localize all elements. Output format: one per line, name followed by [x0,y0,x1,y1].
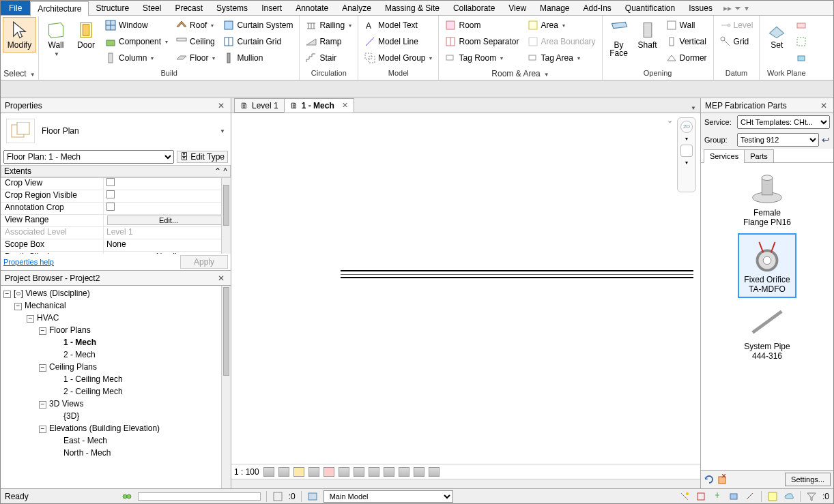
design-options-icon[interactable] [272,491,283,502]
tree-toggle-icon[interactable]: − [39,401,46,409]
tab-issues[interactable]: Issues [682,1,719,15]
tab-steel[interactable]: Steel [136,1,168,15]
component-button[interactable]: Component▾ [102,33,171,50]
edit-type-button[interactable]: 🗄Edit Type [177,151,228,163]
main-model-select[interactable]: Main Model [323,490,453,503]
view-range-edit-button[interactable]: Edit... [107,216,230,225]
ceiling-button[interactable]: Ceiling [173,33,218,50]
view-tab-1-mech[interactable]: 🗎1 - Mech✕ [284,98,354,113]
properties-scrollbar[interactable] [221,178,231,254]
show-plane-button[interactable] [792,17,810,33]
set-button[interactable]: Set [762,17,791,53]
tab-systems[interactable]: Systems [210,1,255,15]
constraints-icon[interactable] [429,467,440,477]
window-button[interactable]: Window [102,17,171,33]
duct-element[interactable] [341,270,693,278]
crop-view-icon[interactable] [339,467,349,477]
opening-wall-button[interactable]: Wall [663,17,710,33]
unhide-icon[interactable] [369,467,379,477]
navigation-bar[interactable]: 2D ▾ ▾ [677,117,696,192]
tab-view[interactable]: View [502,1,533,15]
detail-level-icon[interactable] [263,467,274,477]
group-select[interactable]: Testing 912 [737,133,819,147]
opening-vertical-button[interactable]: Vertical [663,33,710,50]
rendering-icon[interactable] [323,467,334,477]
door-button[interactable]: Door [72,17,100,53]
collapse-icon[interactable]: ⌃ ^ [214,166,227,176]
tree-toggle-icon[interactable]: − [39,327,46,335]
tab-parts[interactable]: Parts [744,149,774,163]
by-face-button[interactable]: By Face [605,17,633,61]
steering-wheel-icon[interactable]: 2D [680,121,693,133]
part-fixed-orifice[interactable]: Fixed Orifice TA-MDFO [738,233,796,298]
model-text-button[interactable]: AModel Text [361,17,435,33]
tree-item-3d[interactable]: {3D} [3,410,228,422]
reveal-icon[interactable] [399,467,409,477]
model-line-button[interactable]: Model Line [361,33,435,50]
tab-manage[interactable]: Manage [533,1,576,15]
properties-help-link[interactable]: Properties help [3,258,54,266]
scope-box-value[interactable]: None [103,239,231,251]
depth-clip-value[interactable]: No clip [103,252,231,254]
select-pinned-icon[interactable] [712,491,723,502]
close-tab-icon[interactable]: ✕ [342,101,348,110]
tree-item-1-mech[interactable]: 1 - Mech [3,336,228,349]
curtain-system-button[interactable]: Curtain System [220,17,296,33]
extents-group[interactable]: Extents [4,166,31,176]
instance-select[interactable]: Floor Plan: 1 - Mech [3,150,174,164]
temp-hide-icon[interactable] [384,467,394,477]
service-select[interactable]: CHt Templates: CHt... [737,115,830,129]
worksets-icon[interactable] [121,491,132,502]
tab-overflow-icon[interactable]: ▼ [687,104,700,113]
close-icon[interactable]: ✕ [216,101,227,110]
select-links-icon[interactable] [679,491,690,502]
select-face-icon[interactable] [728,491,739,502]
analytical-icon[interactable] [414,467,425,477]
type-dropdown-icon[interactable]: ▼ [220,128,225,134]
stair-button[interactable]: Stair [302,50,355,66]
sun-path-icon[interactable] [293,467,304,477]
viewcube-hint-icon[interactable]: ⌄ [667,116,673,125]
column-button[interactable]: Column▾ [102,50,171,66]
browser-scrollbar[interactable] [221,286,231,488]
room-button[interactable]: Room [442,17,522,33]
add-part-icon[interactable]: × [717,474,728,485]
anno-crop-checkbox[interactable] [106,203,115,211]
opening-dormer-button[interactable]: Dormer [663,50,710,66]
close-icon[interactable]: ✕ [216,273,227,283]
tab-analyze[interactable]: Analyze [335,1,378,15]
drag-elements-icon[interactable] [745,491,756,502]
view-scale[interactable]: 1 : 100 [234,467,259,477]
ref-plane-button[interactable] [792,33,810,50]
tab-collaborate[interactable]: Collaborate [446,1,502,15]
shaft-button[interactable]: Shaft [634,17,661,53]
grid-button[interactable]: Grid [717,33,757,50]
project-tree[interactable]: −[○] Views (Discipline) −Mechanical −HVA… [1,286,231,488]
cloud-icon[interactable] [783,491,794,502]
tab-annotate[interactable]: Annotate [289,1,335,15]
tab-massing[interactable]: Massing & Site [378,1,446,15]
crop-region-icon[interactable] [354,467,364,477]
tree-item-2-mech[interactable]: 2 - Mech [3,349,228,361]
visual-style-icon[interactable] [278,467,289,477]
tag-area-button[interactable]: Tag Area▾ [524,50,599,66]
railing-button[interactable]: Railing▾ [302,17,355,33]
floor-button[interactable]: Floor▾ [173,50,218,66]
zoom-icon[interactable] [680,145,693,157]
settings-button[interactable]: Settings... [785,473,831,486]
crop-view-checkbox[interactable] [106,178,115,186]
curtain-grid-button[interactable]: Curtain Grid [220,33,296,50]
select-underlay-icon[interactable] [695,491,706,502]
tree-item-2-ceiling[interactable]: 2 - Ceiling Mech [3,385,228,398]
mullion-button[interactable]: Mullion [220,50,296,66]
tab-quantification[interactable]: Quantification [618,1,682,15]
apply-button[interactable]: Apply [180,255,228,269]
wall-button[interactable]: Wall▼ [42,17,70,62]
horizontal-scrollbar[interactable] [231,479,700,488]
tree-toggle-icon[interactable]: − [14,303,22,310]
tree-item-east-mech[interactable]: East - Mech [3,434,228,447]
view-tab-level1[interactable]: 🗎Level 1 [234,98,285,113]
area-button[interactable]: Area▾ [524,17,599,33]
tree-toggle-icon[interactable]: − [3,291,11,298]
close-icon[interactable]: ✕ [818,101,829,110]
